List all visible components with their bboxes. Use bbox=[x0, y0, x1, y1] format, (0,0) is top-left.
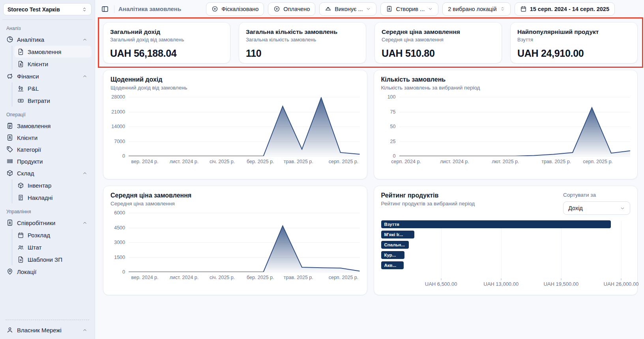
x-tick-label: серп. 2025 р. bbox=[329, 159, 359, 164]
tag-icon bbox=[6, 146, 13, 153]
sidebar-item-label: Фінанси bbox=[17, 73, 39, 80]
sort-control: Сортувати за Дохід bbox=[563, 192, 630, 215]
sidebar-item-власник-мережі[interactable]: Власник Мережі bbox=[3, 324, 92, 336]
sidebar-item-склад[interactable]: Склад bbox=[3, 167, 92, 179]
sidebar-toggle-button[interactable] bbox=[100, 4, 110, 14]
x-tick-label: серп. 2024 р. bbox=[391, 159, 421, 164]
store-selector-value: Storeco Test Харків bbox=[7, 6, 79, 13]
sidebar-item-замовлення[interactable]: Замовлення bbox=[3, 120, 92, 132]
sidebar-item-аналітика[interactable]: Аналітика bbox=[3, 34, 92, 45]
panel-left-icon bbox=[101, 5, 109, 13]
chevron-up-icon bbox=[81, 37, 88, 42]
chart-card-рейтинг-продуктів: Рейтинг продуктів Рейтинг продуктів за в… bbox=[374, 186, 638, 295]
filter-button-створив[interactable]: Створив ... bbox=[380, 2, 438, 16]
x-tick-label: бер. 2025 р. bbox=[247, 159, 274, 164]
piggy-bank-icon bbox=[6, 73, 13, 80]
bar-label: Акв... bbox=[384, 263, 397, 268]
sidebar-item-клієнти[interactable]: Клієнти bbox=[3, 132, 92, 143]
bar-label: Кур... bbox=[384, 253, 396, 257]
gridline bbox=[399, 156, 631, 156]
chart-card-середня-ціна-замовлення: Середня ціна замовлення Середня ціна зам… bbox=[103, 186, 367, 295]
sidebar-section-управління: Управління Співробітники Розклад Штат Ша… bbox=[3, 204, 92, 278]
sidebar: Storeco Test Харків Аналіз Аналітика Зам… bbox=[0, 0, 95, 339]
sidebar-item-фінанси[interactable]: Фінанси bbox=[3, 70, 92, 82]
stat-card-0: Загальний дохід Загальний дохід від замо… bbox=[103, 22, 230, 63]
x-axis: вер. 2024 р.лист. 2024 р.січ. 2025 р.бер… bbox=[129, 275, 360, 283]
y-tick-label: 14000 bbox=[111, 124, 125, 129]
sidebar-item-категорії[interactable]: Категорії bbox=[3, 143, 92, 155]
clipboard-icon bbox=[6, 122, 13, 129]
circle-plus-icon bbox=[273, 6, 280, 12]
bar-кур[interactable]: Кур... bbox=[381, 251, 405, 259]
sidebar-item-розклад[interactable]: Розклад bbox=[14, 229, 92, 241]
stat-card-subtitle: Загальна кількість замовлень bbox=[246, 37, 359, 43]
sidebar-item-штат[interactable]: Штат bbox=[14, 241, 92, 253]
sidebar-item-label: Співробітники bbox=[17, 220, 55, 226]
bar-row: Спальн... bbox=[381, 241, 624, 249]
filter-button-оплачено[interactable]: Оплачено bbox=[268, 2, 315, 16]
sort-select[interactable]: Дохід bbox=[563, 201, 630, 215]
receipt-icon bbox=[17, 194, 24, 201]
stat-card-3: Найпопулярніший продукт Взуття UAH 24,91… bbox=[510, 22, 638, 63]
contacts-icon bbox=[6, 134, 13, 141]
sidebar-item-інвентар[interactable]: Інвентар bbox=[14, 179, 92, 191]
sidebar-subgroup: Розклад Штат Шаблони ЗП bbox=[12, 229, 92, 265]
stat-card-2: Середня ціна замовлення Середня ціна зам… bbox=[374, 22, 502, 63]
area-series bbox=[129, 213, 360, 272]
filter-button-фіскалізовано[interactable]: Фіскалізовано bbox=[206, 2, 264, 16]
sidebar-item-локації[interactable]: Локації bbox=[3, 266, 92, 278]
bar-plot-area: Взуття М'які Іг... Спальн... Кур... Акв.… bbox=[381, 220, 624, 278]
sidebar-item-продукти[interactable]: Продукти bbox=[3, 155, 92, 167]
store-selector[interactable]: Storeco Test Харків bbox=[3, 3, 92, 15]
bar-x-axis: UAH 6,500.00 UAH 13,000.00 UAH 19,500.00… bbox=[381, 279, 624, 287]
gridline bbox=[441, 220, 442, 278]
id-badge-icon bbox=[6, 219, 13, 226]
date-range-value: 15 серп. 2024 - 14 серп. 2025 bbox=[530, 6, 609, 12]
sidebar-item-накладні[interactable]: Накладні bbox=[14, 192, 92, 203]
stat-card-value: 110 bbox=[246, 48, 359, 59]
sidebar-item-label: Продукти bbox=[17, 158, 43, 165]
user-icon bbox=[6, 326, 13, 333]
x-tick-label: UAH 6,500.00 bbox=[425, 281, 457, 287]
x-tick-label: трав. 2025 р. bbox=[284, 275, 313, 280]
bar-взуття[interactable]: Взуття bbox=[381, 220, 611, 228]
date-range-button[interactable]: 15 серп. 2024 - 14 серп. 2025 bbox=[515, 2, 615, 16]
x-tick-label: січ. 2025 р. bbox=[210, 275, 235, 280]
id-badge-icon bbox=[386, 6, 393, 12]
topbar-actions: Фіскалізовано Оплачено Виконує ... Створ… bbox=[206, 2, 615, 16]
bar-chart-header: Рейтинг продуктів Рейтинг продуктів за в… bbox=[381, 192, 631, 215]
sidebar-footer: Власник Мережі bbox=[3, 317, 92, 336]
sidebar-item-витрати[interactable]: Витрати bbox=[14, 95, 92, 106]
sidebar-item-співробітники[interactable]: Співробітники bbox=[3, 217, 92, 229]
bar-м'які-іг[interactable]: М'які Іг... bbox=[381, 231, 414, 238]
bar-row: Кур... bbox=[381, 251, 624, 259]
filter-button-виконує[interactable]: Виконує ... bbox=[319, 2, 376, 16]
bar-спальн[interactable]: Спальн... bbox=[381, 241, 409, 249]
box-icon bbox=[6, 170, 13, 177]
chevron-down-icon bbox=[428, 6, 433, 11]
x-tick-label: UAH 19,500.00 bbox=[543, 281, 578, 287]
y-tick-label: 25 bbox=[390, 139, 396, 144]
app-root: Storeco Test Харків Аналіз Аналітика Зам… bbox=[0, 0, 644, 339]
y-tick-label: 75 bbox=[390, 109, 396, 115]
sidebar-item-label: P&L bbox=[28, 85, 39, 92]
hard-hat-icon bbox=[325, 6, 331, 12]
chart-title: Кількість замовлень bbox=[381, 76, 631, 83]
sidebar-item-label: Шаблони ЗП bbox=[28, 256, 62, 263]
chevron-up-icon bbox=[81, 328, 88, 333]
x-tick-label: UAH 26,000.00 bbox=[604, 281, 639, 287]
calendar-icon bbox=[520, 6, 527, 12]
sidebar-item-замовлення[interactable]: Замовлення bbox=[14, 46, 92, 58]
y-tick-label: 28000 bbox=[111, 94, 125, 100]
area-series bbox=[129, 97, 360, 156]
sidebar-item-шаблони-зп[interactable]: Шаблони ЗП bbox=[14, 253, 92, 265]
sidebar-item-p&l[interactable]: P&L bbox=[14, 82, 92, 94]
bar-акв[interactable]: Акв... bbox=[381, 261, 404, 269]
stat-card-title: Найпопулярніший продукт bbox=[517, 28, 631, 35]
sidebar-item-клієнти[interactable]: Клієнти bbox=[14, 58, 92, 70]
chevron-up-icon bbox=[81, 171, 88, 176]
locations-select[interactable]: 2 вибрано локацій bbox=[442, 2, 510, 16]
tick-mark bbox=[621, 278, 621, 280]
sidebar-item-label: Клієнти bbox=[28, 61, 48, 67]
y-tick-label: 6000 bbox=[114, 210, 125, 216]
